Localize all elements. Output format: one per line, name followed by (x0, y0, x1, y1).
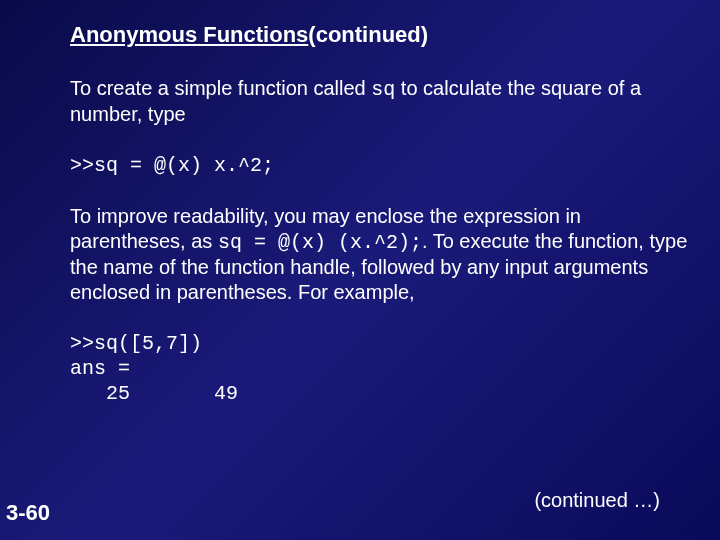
continued-indicator: (continued …) (534, 489, 660, 512)
paragraph-2: To improve readability, you may enclose … (70, 204, 690, 305)
para2-code: sq = @(x) (x.^2); (218, 231, 422, 254)
page-number: 3-60 (6, 500, 50, 526)
code-block-1: >>sq = @(x) x.^2; (70, 153, 690, 178)
slide-title: Anonymous Functions (continued) (70, 22, 690, 48)
slide: Anonymous Functions (continued) To creat… (0, 0, 720, 540)
code-block-2: >>sq([5,7]) ans = 25 49 (70, 331, 690, 406)
title-rest: (continued) (308, 22, 428, 48)
title-underlined: Anonymous Functions (70, 22, 308, 47)
para1-code: sq (371, 78, 395, 101)
paragraph-1: To create a simple function called sq to… (70, 76, 690, 127)
para1-a: To create a simple function called (70, 77, 371, 99)
